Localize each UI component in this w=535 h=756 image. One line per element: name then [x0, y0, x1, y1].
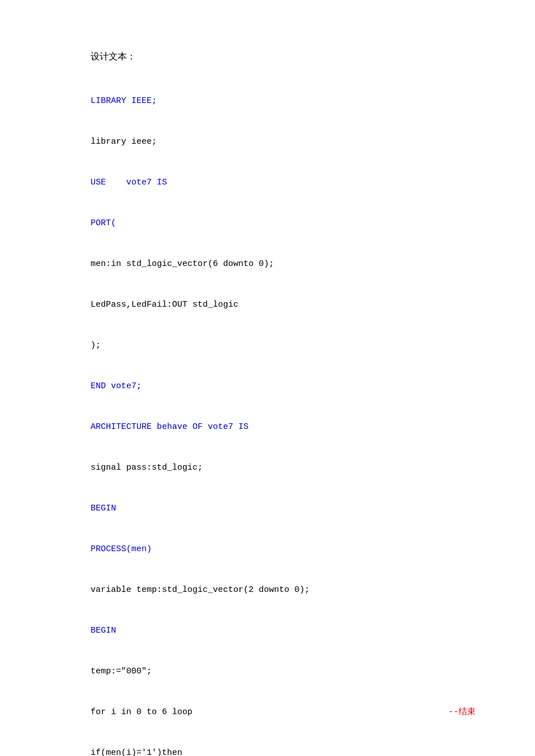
- design-text-label: 设计文本：: [91, 51, 490, 63]
- code-line-17: if(men(i)='1')then: [91, 746, 490, 756]
- code-block: LIBRARY IEEE; library ieee; USE vote7 IS…: [91, 67, 490, 756]
- code-line-9: ARCHITECTURE behave OF vote7 IS: [91, 420, 490, 434]
- code-line-10: signal pass:std_logic;: [91, 461, 490, 475]
- code-line-15: temp:="000";: [91, 665, 490, 678]
- code-line-13: variable temp:std_logic_vector(2 downto …: [91, 583, 490, 597]
- code-line-1: LIBRARY IEEE;: [91, 94, 490, 108]
- for-loop-text: for i in 0 to 6 loop: [91, 706, 192, 719]
- code-line-2: library ieee;: [91, 135, 490, 149]
- code-line-14: BEGIN: [91, 624, 490, 638]
- code-line-11: BEGIN: [91, 502, 490, 516]
- code-line-12: PROCESS(men): [91, 543, 490, 556]
- code-line-8: END vote7;: [91, 380, 490, 393]
- code-line-5: men:in std_logic_vector(6 downto 0);: [91, 257, 490, 271]
- code-line-4: PORT(: [91, 217, 490, 230]
- code-line-3: USE vote7 IS: [91, 176, 490, 190]
- to-keyword: to: [147, 707, 157, 717]
- code-line-7: );: [91, 339, 490, 353]
- page: 设计文本： LIBRARY IEEE; library ieee; USE vo…: [0, 0, 535, 756]
- code-line-6: LedPass,LedFail:OUT std_logic: [91, 298, 490, 312]
- comment-end: --结束: [335, 706, 476, 719]
- code-line-16: for i in 0 to 6 loop --结束: [91, 706, 476, 719]
